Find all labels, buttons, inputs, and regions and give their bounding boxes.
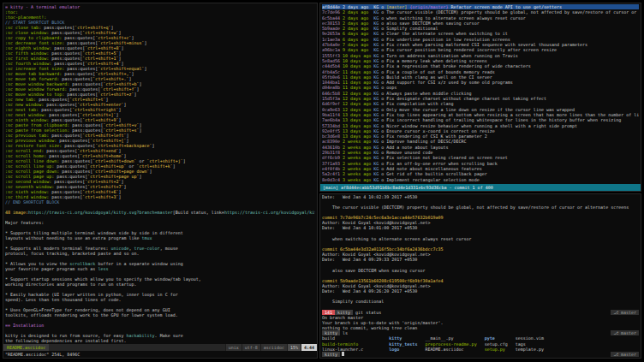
- text-segment-l[interactable]: hackability: [126, 333, 154, 338]
- commit-date: 10 days ago: [340, 58, 373, 63]
- text-segment-f: ]: [145, 40, 147, 45]
- commit-message: oops: [386, 85, 397, 90]
- commit-author: KG: [373, 91, 381, 96]
- statusline-filetype: asciidoc: [260, 344, 287, 351]
- commit-hash: ec38153: [322, 21, 340, 26]
- commit-message: Get rid of the builtin scrollback pager: [386, 171, 486, 176]
- text-segment-f: ]: [173, 163, 176, 169]
- commit-date: 11 days ago: [340, 80, 373, 85]
- commit-hash: 6d6f9ef: [322, 101, 340, 106]
- text-segment-f: Date: Wed Jan 4 10:01:00 2017 +0530: [322, 225, 417, 230]
- text-segment-y: commit 6c5ba44e3d32a0116f5bcc34bf6a2436b…: [322, 246, 443, 252]
- text-segment-f: Date: Wed Jan 4 10:02:39 2017 +0530: [322, 194, 417, 199]
- commit-message: Add support for CSI x/z used by some old…: [386, 80, 513, 85]
- commit-hash: 646c5b8: [322, 91, 340, 96]
- text-segment-f: ]: [132, 71, 134, 76]
- commit-date: 2 weeks ago: [340, 166, 373, 171]
- commit-message: Fix top lines appearing at bottom when r…: [386, 112, 639, 117]
- commit-message: Turn on address sanitization when runnin…: [386, 53, 518, 58]
- commit-date: 6 days ago: [340, 31, 373, 36]
- commit-date: 12 days ago: [340, 96, 373, 101]
- commit-date: 2 weeks ago: [340, 139, 373, 144]
- commit-message: Fix compilation with clang: [386, 101, 453, 106]
- commit-message: Always paste when middle clicking: [386, 91, 471, 96]
- text-segment-f: the following dependencies are installed…: [5, 338, 126, 343]
- commit-author: KG: [373, 58, 381, 63]
- commit-date: 2 days ago: [340, 9, 373, 15]
- commit-hash: 15d5f3a: [322, 96, 340, 101]
- commit-hash: d04ea8b: [322, 85, 340, 90]
- commit-date: 7 days ago: [340, 42, 373, 47]
- text-segment-f: Author: Kovid Goyal <kovid@kovidgoyal.ne…: [322, 283, 430, 288]
- text-segment-g: preprocess-readme.py: [425, 341, 484, 347]
- text-segment-b: kitty: [389, 335, 425, 341]
- text-segment-f: layouts without needing to use an extra …: [5, 235, 142, 240]
- commit-message: The cursor visible (DECTCEM) property sh…: [386, 9, 639, 15]
- commit-date: 12 days ago: [340, 91, 373, 96]
- tig-commit-row[interactable]: 8e0d3c4 3 weeks ago KG o Implement recta…: [322, 177, 639, 182]
- commit-author: KG: [373, 107, 381, 112]
- commit-date: 11 days ago: [340, 74, 373, 80]
- commit-author: KG: [373, 47, 381, 52]
- commit-author: KG: [373, 177, 381, 182]
- text-segment-f: ]: [140, 174, 142, 179]
- commit-hash: ac8390e: [322, 139, 340, 144]
- vim-line: 48 image:https://travis-ci.org/kovidgoya…: [5, 210, 315, 215]
- commit-hash: bc3d6e8: [322, 134, 340, 139]
- terminal-cursor: [342, 352, 344, 356]
- commit-hash: 5e8ad56: [322, 58, 340, 63]
- commit-date: 12 days ago: [340, 107, 373, 112]
- commit-author: KG: [373, 53, 381, 58]
- prompt-segment: kitty: [322, 352, 340, 357]
- text-segment-f: buffer in a separate window using: [95, 261, 182, 266]
- text-segment-l[interactable]: https://travis-ci.org/kovidgoyal/kitty: [224, 210, 315, 215]
- window-shell[interactable]: Date: Wed Jan 4 10:02:39 2017 +0530 The …: [319, 193, 641, 359]
- commit-hash: 6c5ba44: [322, 15, 340, 21]
- text-segment-f: ]: [183, 158, 186, 163]
- text-segment-b: pyte: [485, 335, 516, 341]
- text-segment-l[interactable]: https://travis-ci.org/kovidgoyal/kitty.s…: [28, 210, 173, 215]
- text-segment-f: Date: Wed Jan 4 09:26:20 2017 +0530: [322, 288, 417, 294]
- text-segment-f: ]: [118, 107, 121, 112]
- commit-hash: 29b31f8: [322, 150, 340, 155]
- commit-message: Remove unused code: [386, 150, 432, 155]
- text-segment-f: toolkits, offloads rendering work to the…: [5, 312, 178, 317]
- shell-prompt[interactable]: kitty⎇ master: [322, 352, 639, 357]
- vim-line: the following dependencies are installed…: [5, 338, 315, 343]
- git-branch-rprompt: ⎇ master: [611, 352, 639, 357]
- commit-date: 2 weeks ago: [340, 145, 373, 150]
- window-vim-readme[interactable]: = kitty - A terminal emulator:toc::toc-p…: [3, 3, 318, 359]
- statusline-percent: 15%: [287, 344, 301, 351]
- text-segment-l[interactable]: less: [98, 266, 108, 271]
- commit-hash: 1c1ae3a: [322, 37, 340, 42]
- commit-date: 2 days ago: [340, 4, 373, 9]
- commit-date: 9 days ago: [340, 47, 373, 52]
- text-segment-f: ]: [124, 184, 127, 189]
- commit-message: Fix an off-by-one error when scrolling b…: [386, 161, 497, 166]
- text-segment-f: nothing to commit, working tree clean: [322, 325, 417, 330]
- commit-author: KG: [373, 96, 381, 101]
- commit-message: Clear the alternate screen when switchin…: [386, 31, 507, 36]
- window-tig-history[interactable]: af8d44e 2 days ago KG o [master] {origin…: [319, 3, 641, 192]
- commit-message: Fix a memory leak when deleting screens: [386, 58, 486, 63]
- commit-date: 10 days ago: [340, 53, 373, 58]
- commit-hash: a96bc1a: [322, 47, 340, 52]
- text-segment-f: On branch master: [322, 315, 363, 320]
- commit-author: KG: [373, 85, 381, 90]
- text-segment-f: The cursor visible (DECTCEM) property sh…: [322, 205, 629, 210]
- text-segment-f: setup.cfg: [485, 341, 516, 347]
- text-segment-y: commit 7c7de96b7c24c5ec6a3e1acca44e57632…: [322, 215, 443, 220]
- commit-hash: 0ca9e63: [322, 107, 340, 112]
- commit-date: 2 weeks ago: [340, 171, 373, 176]
- commit-hash: 5b9aade: [322, 26, 340, 31]
- text-segment-f: ]: [140, 128, 142, 133]
- commit-date: 12 days ago: [340, 101, 373, 106]
- text-segment-b: kitty_tests: [389, 341, 425, 347]
- text-segment-f: speed). Less than ten thousand lines of …: [5, 297, 121, 302]
- statusline-filename: README.asciidoc: [3, 344, 49, 351]
- commit-message: Simplify conditional: [386, 26, 438, 31]
- commit-author: KG: [373, 4, 381, 9]
- commit-hash: 4fb4a5c: [322, 69, 340, 74]
- text-segment-f: also save DECTCEM when saving cursor: [322, 268, 425, 273]
- text-segment-l[interactable]: tmux: [142, 235, 152, 240]
